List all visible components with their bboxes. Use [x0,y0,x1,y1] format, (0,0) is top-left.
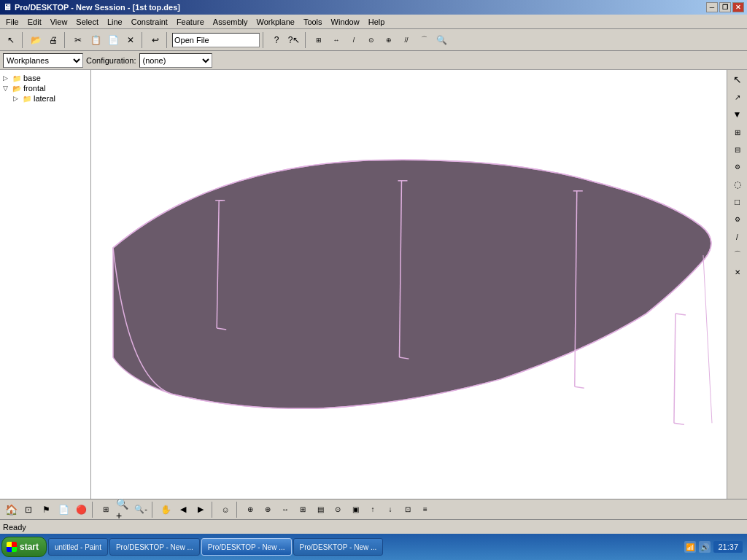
taskbar-item-prodesktop-1[interactable]: Pro/DESKTOP - New ... [109,538,200,556]
tool-1[interactable]: ⊕ [242,502,258,518]
bottom-btn-4[interactable]: 📄 [55,502,71,518]
tool-btn-6[interactable]: // [398,32,414,48]
open-file-input[interactable] [172,33,260,47]
help-button[interactable]: ? [268,32,285,48]
minimize-button[interactable]: ─ [706,2,718,12]
tool-btn-3[interactable]: / [346,32,362,48]
print-button[interactable]: 🖨 [45,32,61,48]
right-btn-9[interactable]: ⚙ [729,211,746,228]
cut-button[interactable]: ✂ [70,32,86,48]
pan-button[interactable]: ✋ [158,502,174,518]
close-button[interactable]: ✕ [732,2,744,12]
folder-icon-lateral: 📁 [23,95,31,103]
tool-4[interactable]: ⊞ [295,502,311,518]
tree-item-base[interactable]: ▷ 📁 base [3,73,88,83]
right-btn-3[interactable]: ▼ [729,106,746,122]
menu-window[interactable]: Window [327,16,364,28]
bottom-sep-3 [212,502,214,518]
status-bar: Ready [0,519,747,534]
tool-btn-2[interactable]: ↔ [328,32,344,48]
taskbar-item-1-label: Pro/DESKTOP - New ... [116,543,193,551]
right-btn-1[interactable]: ↖ [729,71,746,88]
menu-bar: File Edit View Select Line Constraint Fe… [0,15,747,29]
bottom-btn-5[interactable]: 🔴 [73,502,89,518]
menu-assembly[interactable]: Assembly [209,16,252,28]
clock: 21:37 [713,541,743,553]
open-button[interactable]: 📂 [28,32,44,48]
tool-8[interactable]: ↑ [365,502,381,518]
title-bar: 🖥 Pro/DESKTOP - New Session - [1st top.d… [0,0,747,15]
zoom-in-button[interactable]: 🔍+ [115,502,131,518]
taskbar-right: 📶 🔊 21:37 [684,541,746,553]
tool-2[interactable]: ⊕ [260,502,276,518]
right-btn-11[interactable]: ⌒ [729,246,746,262]
taskbar-item-2-label: Pro/DESKTOP - New ... [208,543,285,551]
undo-button[interactable]: ↩ [147,32,163,48]
right-btn-8[interactable]: □ [729,194,746,210]
zoom-box-button[interactable]: ⊞ [98,502,114,518]
tool-11[interactable]: ≡ [417,502,433,518]
right-btn-7[interactable]: ◌ [729,176,746,192]
menu-tools[interactable]: Tools [299,16,327,28]
menu-file[interactable]: File [1,16,23,28]
start-button[interactable]: start [1,537,47,557]
svg-line-12 [676,314,686,315]
bottom-sep-2 [152,502,155,518]
tool-9[interactable]: ↓ [382,502,398,518]
canvas-area[interactable] [91,70,727,499]
zoom-out-button[interactable]: 🔍- [133,502,149,518]
paste-button[interactable]: 📄 [105,32,121,48]
pointer-tool-button[interactable]: ↖ [3,32,19,48]
menu-edit[interactable]: Edit [23,16,46,28]
restore-button[interactable]: ❐ [719,2,731,12]
bottom-sep-4 [236,502,239,518]
menu-constraint[interactable]: Constraint [127,16,172,28]
copy-button[interactable]: 📋 [88,32,104,48]
smiley-button[interactable]: ☺ [217,502,233,518]
tool-6[interactable]: ⊙ [330,502,346,518]
tree-item-lateral[interactable]: ▷ 📁 lateral [3,93,88,104]
tool-btn-1[interactable]: ⊞ [311,32,327,48]
tool-10[interactable]: ⊡ [400,502,416,518]
forward-button[interactable]: ▶ [193,502,209,518]
tree-item-frontal[interactable]: ▽ 📂 frontal [3,83,88,93]
taskbar-item-paint[interactable]: untitled - Paint [48,538,108,556]
right-btn-12[interactable]: ✕ [729,264,746,280]
menu-help[interactable]: Help [364,16,390,28]
menu-feature[interactable]: Feature [172,16,209,28]
3d-viewport [91,70,727,499]
tool-btn-7[interactable]: ⌒ [416,32,432,48]
status-text: Ready [3,523,26,532]
taskbar-item-prodesktop-2[interactable]: Pro/DESKTOP - New ... [201,538,292,556]
right-toolbar: ↖ ↗ ▼ ⊞ ⊟ ⚙ ◌ □ ⚙ / ⌒ ✕ [727,70,747,499]
tree-label-base: base [23,74,41,82]
tool-btn-5[interactable]: ⊕ [381,32,397,48]
context-help-button[interactable]: ?↖ [286,32,302,48]
right-btn-5[interactable]: ⊟ [729,141,746,158]
folder-icon-base: 📁 [12,74,21,82]
right-btn-6[interactable]: ⚙ [729,159,746,175]
right-btn-10[interactable]: / [729,229,746,245]
taskbar: start untitled - Paint Pro/DESKTOP - New… [0,534,747,560]
delete-button[interactable]: ✕ [123,32,139,48]
tree-panel: ▷ 📁 base ▽ 📂 frontal ▷ 📁 lateral [0,70,91,499]
tool-7[interactable]: ▣ [347,502,363,518]
bottom-btn-1[interactable]: 🏠 [3,502,19,518]
taskbar-item-prodesktop-3[interactable]: Pro/DESKTOP - New ... [293,538,384,556]
tool-5[interactable]: ▤ [312,502,328,518]
back-button[interactable]: ◀ [175,502,191,518]
windows-logo-icon [7,542,17,552]
menu-select[interactable]: Select [71,16,103,28]
bottom-btn-3[interactable]: ⚑ [38,502,54,518]
menu-line[interactable]: Line [103,16,127,28]
menu-view[interactable]: View [46,16,72,28]
workplanes-dropdown[interactable]: Workplanes [3,53,83,68]
bottom-btn-2[interactable]: ⊡ [20,502,36,518]
search-button[interactable]: 🔍 [433,32,449,48]
configuration-dropdown[interactable]: (none) [139,53,212,68]
right-btn-2[interactable]: ↗ [729,89,746,105]
tool-3[interactable]: ↔ [277,502,293,518]
right-btn-4[interactable]: ⊞ [729,124,746,140]
menu-workplane[interactable]: Workplane [252,16,298,28]
tool-btn-4[interactable]: ⊙ [363,32,379,48]
